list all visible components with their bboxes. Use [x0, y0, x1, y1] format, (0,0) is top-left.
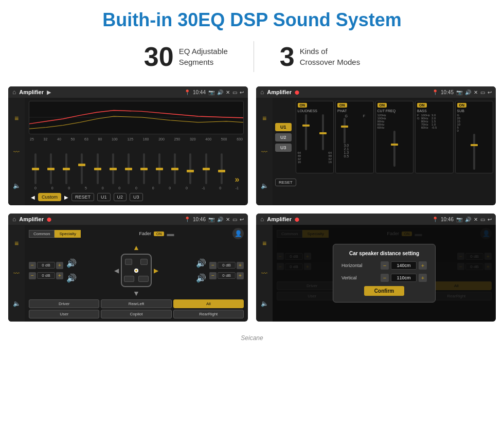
horizontal-minus[interactable]: − — [381, 261, 389, 270]
u3-button[interactable]: U3 — [275, 144, 292, 152]
freq-400: 400 — [205, 137, 211, 141]
screen-dialog: ⌂ Amplifier ⬤ 📍 10:46 📷 🔊 ✕ ▭ ↩ ≡ 〰 🔈 — [256, 214, 496, 322]
freq-63: 63 — [84, 137, 88, 141]
u2-button[interactable]: U2 — [275, 133, 292, 141]
status-right-4: 📍 10:46 📷 🔊 ✕ ▭ ↩ — [432, 217, 492, 222]
volume-icon-2: 🔊 — [465, 90, 471, 95]
db-minus-3[interactable]: − — [209, 262, 217, 269]
eq-slider-13[interactable] — [217, 153, 226, 184]
screen2-title: Amplifier — [267, 89, 292, 95]
home-icon-3: ⌂ — [12, 216, 16, 223]
bottom-left-db: − 0 dB + — [29, 272, 63, 279]
loudness-col: ON LOUDNESS 6464 4848 3232 1616 — [296, 101, 334, 173]
common-tab[interactable]: Common — [29, 230, 55, 238]
eq-slider-3[interactable] — [62, 153, 71, 184]
eq-slider-7[interactable] — [124, 153, 133, 184]
eq-val-0f: 0 — [132, 186, 141, 190]
vertical-row: Vertical − 110cm + — [341, 274, 427, 282]
rearleft-button[interactable]: RearLeft — [101, 299, 171, 308]
car-right-arrow: ▶ — [154, 267, 158, 274]
crossover-reset-button[interactable]: RESET — [275, 179, 296, 186]
speaker-icon-br: 🔊 — [196, 273, 206, 283]
freq-320: 320 — [190, 137, 196, 141]
cross-side-icon2: 〰 — [261, 149, 267, 156]
db-minus-4[interactable]: − — [209, 272, 217, 279]
speaker-icon-tl: 🔊 — [66, 258, 77, 268]
horizontal-control: − 140cm + — [381, 261, 427, 270]
eq-slider-11[interactable] — [186, 153, 195, 184]
driver-button[interactable]: Driver — [29, 299, 99, 308]
u1-button[interactable]: U1 — [275, 123, 292, 131]
stat-crossover-number: 3 — [280, 41, 295, 72]
eq-slider-14[interactable]: » — [232, 175, 242, 184]
freq-50: 50 — [71, 137, 75, 141]
db-plus-3[interactable]: + — [237, 262, 244, 269]
eq-val-0a: 0 — [31, 186, 40, 190]
stat-crossover-label: Kinds ofCrossover Modes — [300, 46, 361, 67]
status-right-3: 📍 10:46 📷 🔊 ✕ ▭ ↩ — [184, 217, 244, 222]
speaker-icon-tr: 🔊 — [196, 258, 206, 268]
eq-custom-button[interactable]: Custom — [38, 193, 61, 201]
vertical-plus[interactable]: + — [419, 274, 427, 282]
db-val-1: 0 dB — [37, 262, 55, 269]
specialty-tab[interactable]: Specialty — [55, 230, 80, 238]
back-icon: ↩ — [240, 90, 244, 95]
stat-eq-label: EQ AdjustableSegments — [179, 46, 228, 67]
dlg-side-icon1: ≡ — [262, 239, 266, 247]
screen1-time: 10:44 — [193, 90, 206, 95]
home-icon: ⌂ — [12, 88, 16, 96]
top-right-db: − 0 dB + — [209, 262, 244, 269]
stat-eq-number: 30 — [144, 41, 174, 72]
eq-slider-2[interactable] — [46, 153, 56, 184]
eq-prev-button[interactable]: ◀ — [31, 194, 35, 200]
all-button[interactable]: All — [173, 299, 244, 308]
eq-val-0c: 0 — [64, 186, 74, 190]
horizontal-label: Horizontal — [341, 263, 367, 268]
confirm-button[interactable]: Confirm — [364, 286, 404, 296]
loudness-slider2[interactable] — [322, 114, 324, 150]
eq-slider-8[interactable] — [139, 153, 149, 184]
eq-reset-button[interactable]: RESET — [71, 193, 94, 201]
eq-slider-1[interactable] — [31, 153, 40, 184]
status-right-1: 📍 10:44 📷 🔊 ✕ ▭ ↩ — [184, 90, 244, 95]
car-dot — [134, 269, 138, 273]
user-button[interactable]: User — [29, 310, 99, 318]
sub-slider[interactable] — [473, 134, 475, 170]
loudness-slider[interactable] — [305, 114, 307, 150]
eq-val-0e: 0 — [115, 186, 124, 190]
eq-slider-4[interactable] — [77, 153, 86, 184]
phat-label: PHAT — [337, 109, 372, 113]
eq-u1-button[interactable]: U1 — [97, 193, 111, 201]
eq-slider-6[interactable] — [109, 153, 118, 184]
rearright-button[interactable]: RearRight — [173, 310, 244, 318]
db-plus-2[interactable]: + — [56, 272, 63, 279]
screen-speaker: ⌂ Amplifier ⬤ 📍 10:46 📷 🔊 ✕ ▭ ↩ ≡ 〰 🔈 — [8, 214, 248, 322]
cutfreq-slider[interactable] — [393, 131, 395, 167]
phat-slider-g[interactable] — [344, 118, 346, 144]
db-minus-2[interactable]: − — [29, 272, 36, 279]
close-icon-2: ✕ — [474, 90, 478, 95]
eq-val-n1b: -1 — [232, 186, 242, 190]
eq-u3-button[interactable]: U3 — [130, 193, 143, 201]
screen4-time: 10:46 — [441, 217, 454, 222]
screenshots-grid: ⌂ Amplifier ▶ 📍 10:44 📷 🔊 ✕ ▭ ↩ ≡ 〰 🔈 — [0, 81, 504, 332]
db-minus-1[interactable]: − — [29, 262, 36, 269]
screen4-title: Amplifier — [267, 216, 292, 222]
bass-label: BASS — [417, 109, 452, 113]
horizontal-plus[interactable]: + — [419, 261, 427, 270]
eq-next-button[interactable]: ▶ — [64, 194, 68, 200]
db-plus-4[interactable]: + — [237, 272, 244, 279]
eq-val-0g: 0 — [149, 186, 158, 190]
bottom-right-db: − 0 dB + — [209, 272, 244, 279]
eq-val-0j: 0 — [215, 186, 225, 190]
db-val-4: 0 dB — [218, 272, 236, 279]
eq-u2-button[interactable]: U2 — [114, 193, 127, 201]
eq-slider-10[interactable] — [170, 153, 179, 184]
eq-slider-12[interactable] — [202, 153, 211, 184]
eq-slider-5[interactable] — [93, 153, 102, 184]
eq-slider-9[interactable] — [155, 153, 164, 184]
vertical-minus[interactable]: − — [381, 274, 389, 282]
db-plus-1[interactable]: + — [56, 262, 63, 269]
vertical-control: − 110cm + — [381, 274, 427, 282]
copilot-button[interactable]: Copilot — [101, 310, 171, 318]
